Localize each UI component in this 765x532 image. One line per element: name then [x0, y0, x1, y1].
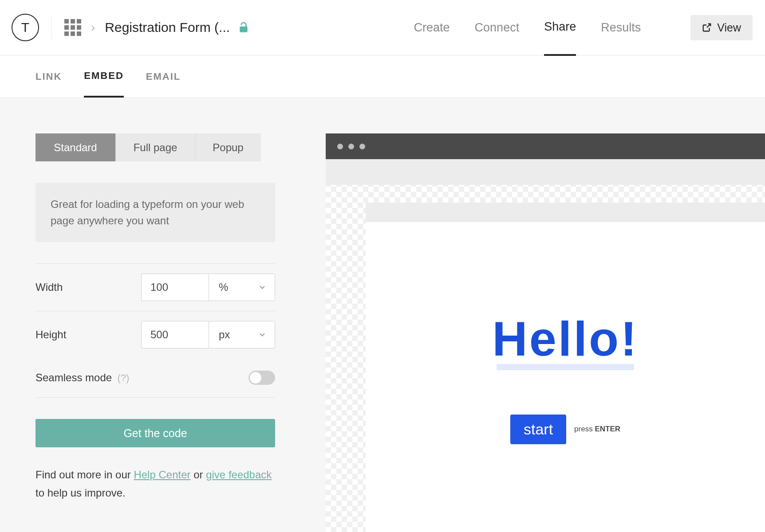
height-unit-select[interactable]: px	[209, 321, 275, 348]
chevron-right-icon: ›	[91, 20, 95, 35]
main-nav: Create Connect Share Results View	[414, 15, 753, 40]
divider	[51, 16, 52, 39]
preview-browser-urlbg	[326, 159, 765, 185]
form-title[interactable]: Registration Form (...	[105, 20, 230, 35]
embed-type-full-page[interactable]: Full page	[115, 133, 195, 161]
view-button-label: View	[717, 21, 741, 34]
embed-description: Great for loading a typeform on your web…	[35, 183, 275, 242]
preview-browser: Hello! start press ENTER	[326, 133, 765, 532]
preview-start-button[interactable]: start	[510, 415, 566, 444]
height-label: Height	[35, 329, 66, 341]
seamless-label: Seamless mode	[35, 372, 112, 383]
nav-connect[interactable]: Connect	[475, 21, 520, 55]
subtab-link[interactable]: LINK	[35, 71, 62, 97]
width-unit-value: %	[219, 281, 228, 293]
help-center-link[interactable]: Help Center	[134, 469, 190, 481]
chevron-down-icon	[258, 330, 267, 339]
preview-press-hint: press ENTER	[574, 425, 620, 434]
subtab-email[interactable]: EMAIL	[146, 71, 181, 97]
preview-browser-urlbar	[366, 203, 765, 225]
external-link-icon	[702, 23, 712, 32]
view-button[interactable]: View	[690, 15, 753, 40]
chevron-down-icon	[258, 283, 267, 292]
seamless-toggle[interactable]	[248, 371, 275, 385]
preview-greeting: Hello!	[492, 310, 639, 367]
subtab-embed[interactable]: EMBED	[84, 70, 123, 98]
height-unit-value: px	[219, 329, 230, 341]
width-row: Width %	[35, 263, 275, 311]
seamless-help-icon[interactable]: (?)	[118, 372, 130, 383]
unlock-icon[interactable]	[238, 21, 249, 34]
preview-browser-chrome	[326, 133, 765, 159]
height-input[interactable]	[141, 321, 209, 348]
embed-type-tabs: Standard Full page Popup	[35, 133, 275, 161]
avatar[interactable]: T	[12, 14, 39, 41]
width-input[interactable]	[141, 274, 209, 301]
seamless-row: Seamless mode (?)	[35, 358, 275, 398]
embed-type-popup[interactable]: Popup	[195, 133, 261, 161]
get-code-button[interactable]: Get the code	[35, 419, 275, 447]
give-feedback-link[interactable]: give feedback	[206, 469, 272, 481]
embed-type-standard[interactable]: Standard	[35, 133, 115, 161]
height-row: Height px	[35, 311, 275, 358]
nav-results[interactable]: Results	[601, 21, 641, 55]
apps-grid-icon[interactable]	[64, 19, 81, 36]
width-unit-select[interactable]: %	[209, 274, 275, 301]
preview-greeting-underline	[497, 364, 634, 370]
svg-rect-0	[240, 27, 247, 32]
nav-share[interactable]: Share	[544, 20, 576, 56]
preview-canvas: Hello! start press ENTER	[366, 222, 765, 532]
width-label: Width	[35, 281, 63, 293]
nav-create[interactable]: Create	[414, 21, 450, 55]
help-text: Find out more in our Help Center or give…	[35, 466, 275, 502]
share-subtabs: LINK EMBED EMAIL	[0, 55, 765, 98]
